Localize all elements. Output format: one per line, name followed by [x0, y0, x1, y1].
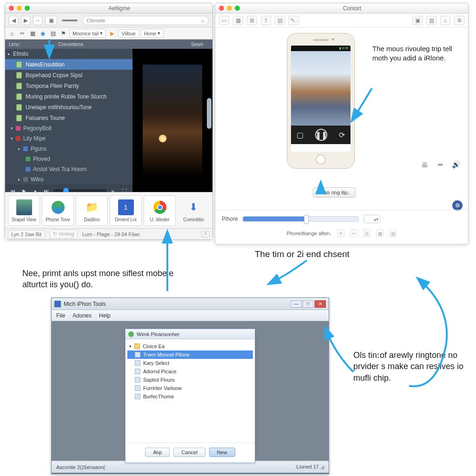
sidebar-item[interactable]: Tompona Plieir Parrty	[5, 80, 132, 91]
zoom-icon[interactable]	[235, 6, 240, 11]
mini-icon[interactable]: ▤	[389, 230, 397, 237]
pihore-slider[interactable]	[243, 216, 359, 222]
tree-item[interactable]: Furririler Varloow	[127, 384, 253, 392]
tree-root[interactable]: ▾Cloice Ea	[127, 342, 253, 350]
dropdown-hone[interactable]: Hone ▾	[141, 29, 164, 38]
mini-slider[interactable]	[62, 20, 78, 21]
stepper[interactable]: ▴▾	[364, 215, 380, 223]
sidebar-group[interactable]: ▸Wilro	[5, 174, 132, 185]
sidebar-group[interactable]: Ploved	[5, 154, 132, 164]
close-button[interactable]: ✕	[315, 300, 326, 308]
col-seam[interactable]: Seam	[191, 42, 203, 47]
menu-help[interactable]: Help	[99, 312, 111, 319]
prev-button[interactable]: ⏮	[9, 186, 17, 192]
calendar-icon[interactable]: ▥	[426, 16, 436, 25]
play-button[interactable]: ▶	[20, 186, 28, 192]
expand-icon[interactable]: ⛶	[120, 186, 129, 192]
info-icon[interactable]: ◉	[39, 29, 47, 38]
go-button[interactable]: →	[33, 16, 42, 25]
dropdown-viibue[interactable]: Viibue	[118, 29, 139, 38]
maximize-button[interactable]: □	[303, 300, 314, 308]
sidebar-group[interactable]: ▸Pguns	[5, 144, 132, 154]
sidebar-item[interactable]: Faisanes Toune	[5, 112, 132, 123]
tile-comnititio[interactable]: ⬇Comnititio	[178, 195, 210, 226]
scroll-thumb[interactable]	[207, 98, 212, 129]
menu-adones[interactable]: Adones	[73, 312, 92, 319]
tb-icon[interactable]: ⇪	[261, 16, 271, 25]
sidebar-group[interactable]: ▾Lity Mipe	[5, 133, 132, 144]
tree-item[interactable]: Saptiot Flours	[127, 376, 253, 384]
tool-icon[interactable]: ✂	[18, 29, 26, 38]
tile-srapel[interactable]: Srapel View	[8, 195, 40, 226]
zoom-icon[interactable]	[25, 6, 30, 11]
sidebar-item[interactable]: Bopehaod Copse Sipsl	[5, 70, 132, 80]
next-small-button[interactable]: ▸	[31, 186, 40, 192]
col-convertions[interactable]: Convertions	[59, 42, 83, 47]
mini-icon[interactable]: ✕	[337, 230, 344, 237]
tile-phone[interactable]: Phone Tove	[42, 195, 74, 226]
menu-file[interactable]: File	[56, 312, 65, 319]
print-icon[interactable]: 🖶	[419, 159, 430, 170]
home-icon[interactable]: ⌂	[440, 16, 450, 25]
ring-button[interactable]: Realı ring ilip..	[313, 187, 356, 198]
flag-icon[interactable]: ⚑	[59, 29, 67, 38]
minimize-icon[interactable]	[17, 6, 22, 11]
minimize-icon[interactable]	[227, 6, 232, 11]
tree-item[interactable]: Adornd Picace	[127, 367, 253, 376]
shutter-button[interactable]: ❚❚	[315, 129, 327, 141]
status-icon[interactable]: ?	[201, 231, 210, 238]
home-button[interactable]	[316, 154, 326, 165]
tile-dadlino[interactable]: 📁Dadlino	[76, 195, 108, 226]
grid-icon[interactable]: ▦	[28, 29, 37, 38]
mini-icon[interactable]: ⊞	[363, 230, 370, 237]
aux-button[interactable]: Alıp	[145, 448, 170, 457]
tb-icon[interactable]: ▤	[275, 16, 285, 25]
gear-icon[interactable]: ⚙	[454, 16, 464, 25]
sidebar-header[interactable]: ▸Efmils	[5, 49, 132, 59]
tree-item[interactable]: Kary Select	[127, 359, 253, 367]
list-icon[interactable]: ▤	[49, 29, 57, 38]
slider-handle[interactable]	[304, 215, 309, 224]
back-button[interactable]: ◀	[9, 16, 18, 25]
gear-badge-icon[interactable]: ⚙	[452, 200, 463, 211]
new-button[interactable]: New	[209, 448, 235, 457]
close-icon[interactable]	[9, 6, 14, 11]
action-icons: 🖶 ➦ 🔊	[419, 159, 462, 170]
sidebar-group[interactable]: ▾PegooyBoll	[5, 123, 132, 133]
gallery-icon[interactable]: ▢	[297, 131, 304, 139]
tb-icon[interactable]: ▭	[219, 16, 229, 25]
sidebar-item[interactable]: NatesEnsutition	[5, 59, 132, 70]
seek-slider[interactable]	[53, 189, 106, 192]
tile-ornent[interactable]: 1Ornent Lrx	[110, 195, 142, 226]
brush-icon[interactable]: ✎.	[289, 16, 299, 25]
resize-grip-icon[interactable]: ◢	[320, 464, 324, 469]
tree-item[interactable]: BurfecThome	[127, 392, 253, 401]
play-small-icon[interactable]: ▶	[108, 29, 116, 38]
archive-icon[interactable]: ▣	[412, 16, 423, 25]
home-icon[interactable]: ⌂	[8, 29, 16, 38]
close-icon[interactable]	[219, 6, 224, 11]
sound-icon[interactable]: 🔊	[450, 159, 462, 170]
search-input[interactable]: Cteneile ⌕	[82, 16, 209, 25]
mini-icon[interactable]: ▦	[376, 230, 383, 237]
dropdown-moonce[interactable]: Moonce tail ▾	[69, 29, 106, 38]
forward-button[interactable]: ▶	[21, 16, 30, 25]
sidebar-item[interactable]: Muring prinite Roble Tone Sturch	[5, 91, 132, 102]
cancel-button[interactable]: Cancel	[173, 448, 205, 457]
volume-icon[interactable]: 🔈	[109, 186, 118, 192]
status-right: Lum - Plage - 28 04 Filan	[82, 231, 140, 237]
seek-thumb[interactable]	[63, 188, 69, 192]
tile-weder[interactable]: U, Weder	[144, 195, 176, 226]
camera-icon[interactable]: ▣	[45, 16, 57, 25]
sidebar-group[interactable]: Arstol Vest Tca Hoorn	[5, 164, 132, 174]
switch-cam-icon[interactable]: ⟳	[339, 131, 345, 139]
tb-icon[interactable]: ⊞	[247, 16, 257, 25]
mini-icon[interactable]: ✂	[350, 230, 357, 237]
next-button[interactable]: ⏭	[42, 186, 51, 192]
tree-item[interactable]: Trwm Monoel Pilone	[127, 350, 253, 359]
share-icon[interactable]: ➦	[435, 159, 446, 170]
sidebar-item[interactable]: Unelape mifihihouriouTone	[5, 102, 132, 112]
scrollbar[interactable]	[207, 53, 212, 174]
minimize-button[interactable]: —	[291, 300, 302, 308]
tb-icon[interactable]: ▦	[233, 16, 243, 25]
